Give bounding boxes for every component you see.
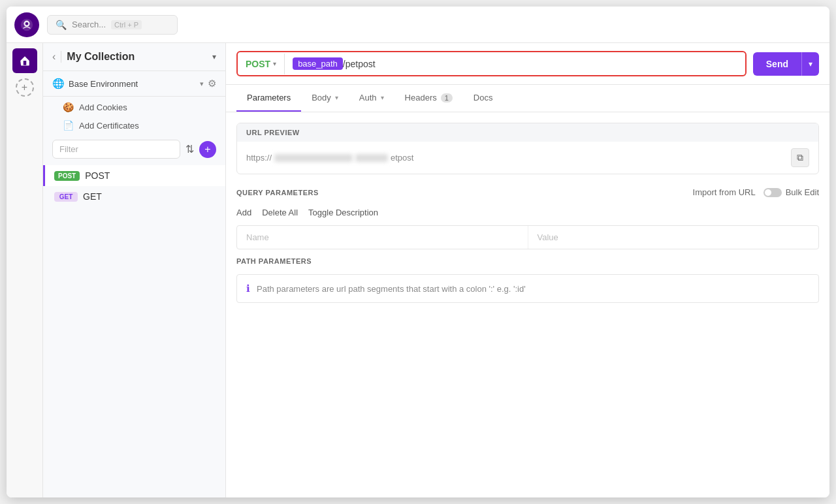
search-icon: 🔍 bbox=[56, 20, 67, 30]
bulk-edit-label: Bulk Edit bbox=[786, 187, 819, 197]
add-cookies-label: Add Cookies bbox=[79, 102, 127, 112]
send-dropdown-button[interactable]: ▾ bbox=[801, 52, 819, 76]
tab-auth-label: Auth bbox=[359, 93, 377, 102]
path-params-section: PATH PARAMETERS ℹ Path parameters are ur… bbox=[236, 255, 819, 303]
send-button[interactable]: Send bbox=[753, 52, 801, 76]
filter-row: ⇅ + bbox=[43, 133, 225, 165]
collection-title: My Collection bbox=[67, 51, 207, 63]
params-fields: Name Value bbox=[236, 225, 819, 249]
svg-point-2 bbox=[25, 22, 29, 25]
topbar: 🔍 Search... Ctrl + P bbox=[7, 7, 829, 43]
send-button-wrapper: Send ▾ bbox=[753, 52, 819, 76]
url-blurred-part bbox=[274, 154, 353, 162]
url-preview-row: https:// etpost ⧉ bbox=[237, 142, 818, 174]
cookie-icon: 🍪 bbox=[63, 102, 74, 112]
tab-body[interactable]: Body ▾ bbox=[301, 85, 349, 112]
query-params-title: QUERY PARAMETERS bbox=[236, 189, 319, 197]
tab-headers-label: Headers bbox=[405, 93, 437, 102]
param-name-placeholder: Name bbox=[246, 232, 269, 242]
back-button[interactable]: ‹ bbox=[52, 51, 56, 63]
add-certificates-label: Add Certificates bbox=[79, 121, 139, 131]
headers-badge: 1 bbox=[441, 93, 453, 102]
method-text: POST bbox=[246, 59, 270, 69]
globe-icon: 🌐 bbox=[52, 78, 65, 89]
tab-parameters-label: Parameters bbox=[247, 93, 291, 102]
query-params-header: QUERY PARAMETERS Import from URL Bulk Ed… bbox=[236, 187, 819, 197]
add-param-button[interactable]: Add bbox=[236, 205, 251, 220]
app-logo bbox=[14, 12, 39, 37]
gear-icon[interactable]: ⚙ bbox=[208, 78, 216, 89]
url-blurred-part2 bbox=[355, 154, 388, 162]
url-input-wrapper: POST ▾ base_path /petpost bbox=[236, 51, 747, 76]
base-path-badge: base_path bbox=[293, 57, 343, 70]
collection-header: ‹ My Collection ▾ bbox=[43, 43, 225, 71]
panel-content: URL PREVIEW https:// etpost ⧉ Q bbox=[226, 112, 829, 497]
tab-docs-label: Docs bbox=[474, 93, 493, 102]
url-prefix: https:// bbox=[246, 153, 272, 163]
url-path[interactable]: base_path /petpost bbox=[285, 52, 745, 75]
tab-docs[interactable]: Docs bbox=[463, 85, 504, 112]
method-selector[interactable]: POST ▾ bbox=[238, 54, 285, 74]
tabs-row: Parameters Body ▾ Auth ▾ Headers 1 Docs bbox=[226, 85, 829, 112]
import-from-url-link[interactable]: Import from URL bbox=[693, 187, 756, 197]
body-tab-arrow: ▾ bbox=[335, 94, 338, 101]
main-content: + ‹ My Collection ▾ 🌐 Base Environment ▾… bbox=[7, 43, 829, 497]
url-preview-text: https:// etpost bbox=[246, 153, 786, 163]
method-badge-get: GET bbox=[54, 192, 78, 202]
toggle-description-button[interactable]: Toggle Description bbox=[308, 205, 378, 220]
param-value-field[interactable]: Value bbox=[528, 226, 819, 249]
params-empty-row: Name Value bbox=[237, 226, 818, 249]
tab-body-label: Body bbox=[312, 93, 331, 102]
collection-sidebar: ‹ My Collection ▾ 🌐 Base Environment ▾ ⚙… bbox=[43, 43, 226, 497]
delete-all-button[interactable]: Delete All bbox=[262, 205, 298, 220]
url-preview-header: URL PREVIEW bbox=[237, 123, 818, 142]
search-bar[interactable]: 🔍 Search... Ctrl + P bbox=[47, 15, 178, 35]
path-suffix: /petpost bbox=[343, 59, 376, 69]
request-panel: POST ▾ base_path /petpost Send ▾ Paramet… bbox=[226, 43, 829, 497]
environment-chevron[interactable]: ▾ bbox=[200, 80, 204, 88]
path-params-title: PATH PARAMETERS bbox=[236, 257, 312, 265]
filter-input[interactable] bbox=[52, 140, 180, 159]
add-certificates-link[interactable]: 📄 Add Certificates bbox=[43, 115, 225, 133]
search-text: Search... bbox=[72, 20, 106, 29]
certificate-icon: 📄 bbox=[63, 120, 74, 131]
sidebar-icon-home[interactable] bbox=[12, 48, 37, 73]
query-params-section: QUERY PARAMETERS Import from URL Bulk Ed… bbox=[236, 187, 819, 249]
copy-url-button[interactable]: ⧉ bbox=[791, 148, 809, 167]
bulk-edit-switch[interactable] bbox=[764, 188, 782, 197]
bulk-edit-toggle[interactable]: Bulk Edit bbox=[764, 187, 819, 197]
method-arrow: ▾ bbox=[273, 60, 276, 67]
method-badge-post: POST bbox=[54, 171, 80, 181]
param-value-placeholder: Value bbox=[538, 232, 558, 242]
add-request-button[interactable]: + bbox=[199, 141, 216, 158]
auth-tab-arrow: ▾ bbox=[381, 94, 384, 101]
url-suffix: etpost bbox=[391, 153, 413, 163]
search-shortcut: Ctrl + P bbox=[111, 20, 142, 29]
param-name-field[interactable]: Name bbox=[237, 226, 528, 249]
sort-button[interactable]: ⇅ bbox=[185, 143, 194, 155]
path-params-info-text: Path parameters are url path segments th… bbox=[257, 284, 526, 294]
tab-auth[interactable]: Auth ▾ bbox=[349, 85, 394, 112]
params-action-row: Add Delete All Toggle Description bbox=[236, 205, 819, 220]
collection-chevron[interactable]: ▾ bbox=[212, 52, 216, 61]
add-cookies-link[interactable]: 🍪 Add Cookies bbox=[43, 97, 225, 115]
environment-name: Base Environment bbox=[69, 79, 196, 89]
request-name-get: GET bbox=[83, 191, 102, 202]
request-item-get[interactable]: GET GET bbox=[43, 186, 225, 207]
environment-row: 🌐 Base Environment ▾ ⚙ bbox=[43, 71, 225, 97]
tab-headers[interactable]: Headers 1 bbox=[394, 85, 463, 112]
info-icon: ℹ bbox=[246, 283, 250, 294]
request-name-post: POST bbox=[85, 170, 110, 181]
url-bar: POST ▾ base_path /petpost Send ▾ bbox=[226, 43, 829, 85]
tab-parameters[interactable]: Parameters bbox=[236, 85, 301, 112]
request-item-post[interactable]: POST POST bbox=[43, 165, 225, 186]
query-params-actions: Import from URL Bulk Edit bbox=[693, 187, 819, 197]
add-workspace-button[interactable]: + bbox=[16, 78, 34, 97]
header-divider bbox=[61, 51, 61, 63]
path-params-info-box: ℹ Path parameters are url path segments … bbox=[236, 274, 819, 303]
icon-sidebar: + bbox=[7, 43, 43, 497]
url-preview-card: URL PREVIEW https:// etpost ⧉ bbox=[236, 123, 819, 174]
